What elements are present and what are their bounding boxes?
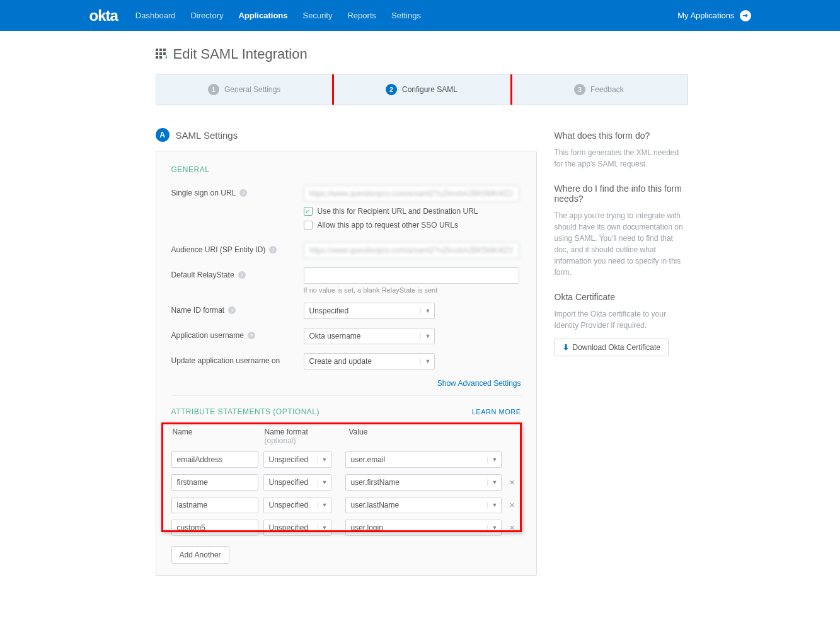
svg-rect-6 — [156, 56, 158, 59]
attr-row: Unspecified▼user.firstName▼× — [171, 474, 521, 491]
chevron-down-icon: ▼ — [420, 358, 432, 364]
cert-text: Import the Okta certificate to your Iden… — [555, 308, 688, 331]
chevron-down-icon: ▼ — [420, 333, 432, 339]
attr-col-value: Value — [349, 428, 494, 445]
nameid-label: Name ID format — [171, 306, 225, 315]
chevron-down-icon: ▼ — [420, 308, 432, 314]
svg-rect-1 — [159, 49, 162, 51]
nav-item-reports[interactable]: Reports — [347, 11, 376, 20]
sso-url-label: Single sign on URL — [171, 189, 236, 197]
svg-rect-3 — [156, 52, 158, 55]
okta-logo: okta — [89, 7, 118, 25]
download-icon: ⬇ — [563, 343, 569, 352]
app-username-select[interactable]: Okta username ▼ — [304, 328, 435, 344]
sso-url-input[interactable] — [304, 185, 519, 202]
download-cert-label: Download Okta Certificate — [573, 343, 660, 352]
apps-grid-icon: + — [156, 49, 167, 60]
chevron-down-icon: ▼ — [487, 502, 498, 508]
allow-other-sso-label: Allow this app to request other SSO URLs — [318, 221, 458, 230]
step-badge: 3 — [574, 84, 585, 95]
chevron-down-icon: ▼ — [487, 457, 498, 463]
attr-row: Unspecified▼user.lastName▼× — [171, 497, 521, 513]
chevron-down-icon: ▼ — [317, 502, 328, 508]
app-username-label: Application username — [171, 331, 244, 340]
remove-row-button[interactable]: × — [507, 500, 518, 510]
help-icon[interactable]: ? — [238, 271, 246, 279]
help-icon[interactable]: ? — [228, 306, 236, 314]
allow-other-sso-checkbox[interactable] — [304, 221, 313, 230]
attr-format-select[interactable]: Unspecified▼ — [263, 497, 331, 513]
page-title: Edit SAML Integration — [173, 46, 308, 62]
step-badge: 2 — [386, 84, 397, 95]
update-on-label: Update application username on — [171, 356, 280, 365]
attr-format-select[interactable]: Unspecified▼ — [263, 520, 331, 536]
nameid-value: Unspecified — [309, 306, 349, 315]
step-label: Feedback — [590, 85, 624, 94]
audience-label: Audience URI (SP Entity ID) — [171, 245, 266, 254]
divider — [171, 395, 521, 396]
my-apps-label: My Applications — [677, 11, 734, 20]
audience-input[interactable] — [304, 242, 519, 259]
step-badge: 1 — [208, 84, 219, 95]
attr-value-select[interactable]: user.firstName▼ — [345, 474, 502, 491]
learn-more-link[interactable]: LEARN MORE — [472, 408, 521, 416]
help-q1-title: What does this form do? — [555, 131, 688, 141]
attr-name-input[interactable] — [171, 497, 258, 513]
help-q1-text: This form generates the XML needed for t… — [555, 147, 688, 170]
step-label: General Settings — [224, 85, 280, 94]
download-cert-button[interactable]: ⬇ Download Okta Certificate — [555, 339, 669, 356]
my-applications-link[interactable]: My Applications ➜ — [677, 10, 751, 21]
help-icon[interactable]: ? — [239, 189, 247, 197]
app-username-value: Okta username — [309, 332, 361, 340]
nav-item-security[interactable]: Security — [303, 11, 333, 20]
attr-heading: ATTRIBUTE STATEMENTS (OPTIONAL) — [171, 407, 320, 416]
step-3[interactable]: 3Feedback — [510, 74, 687, 105]
recipient-url-label: Use this for Recipient URL and Destinati… — [318, 207, 478, 216]
attr-name-input[interactable] — [171, 474, 258, 491]
svg-text:+: + — [165, 54, 167, 60]
help-icon[interactable]: ? — [248, 332, 255, 339]
chevron-down-icon: ▼ — [317, 479, 328, 486]
chevron-down-icon: ▼ — [317, 525, 328, 531]
attr-row: Unspecified▼user.login▼× — [171, 520, 521, 536]
update-on-select[interactable]: Create and update ▼ — [304, 353, 435, 369]
wizard-steps: 1General Settings2Configure SAML3Feedbac… — [156, 74, 688, 105]
attr-name-input[interactable] — [171, 520, 258, 536]
remove-row-button[interactable]: × — [507, 477, 518, 487]
attr-value-select[interactable]: user.email▼ — [345, 451, 502, 468]
recipient-url-checkbox[interactable] — [304, 207, 313, 216]
nav-item-applications[interactable]: Applications — [238, 11, 287, 20]
add-another-button[interactable]: Add Another — [171, 546, 229, 564]
attr-row: Unspecified▼user.email▼ — [171, 451, 521, 468]
attr-name-input[interactable] — [171, 451, 258, 468]
nav-item-settings[interactable]: Settings — [391, 11, 421, 20]
top-nav: okta DashboardDirectoryApplicationsSecur… — [0, 0, 840, 31]
svg-rect-2 — [163, 49, 166, 51]
nav-item-directory[interactable]: Directory — [190, 11, 223, 20]
section-title: SAML Settings — [176, 130, 238, 141]
chevron-down-icon: ▼ — [487, 479, 498, 486]
attr-format-select[interactable]: Unspecified▼ — [263, 451, 331, 468]
cert-title: Okta Certificate — [555, 292, 688, 302]
help-q2-title: Where do I find the info this form needs… — [555, 183, 688, 204]
step-1[interactable]: 1General Settings — [156, 74, 333, 105]
attr-value-select[interactable]: user.login▼ — [345, 520, 502, 536]
saml-form-card: GENERAL Single sign on URL ? Use this fo… — [156, 151, 537, 576]
attr-value-select[interactable]: user.lastName▼ — [345, 497, 502, 513]
attr-col-format: Name format — [265, 428, 308, 436]
attr-format-select[interactable]: Unspecified▼ — [263, 474, 331, 491]
relay-input[interactable] — [304, 267, 519, 284]
step-label: Configure SAML — [402, 85, 457, 94]
update-on-value: Create and update — [309, 357, 372, 366]
show-advanced-link[interactable]: Show Advanced Settings — [437, 379, 521, 388]
general-heading: GENERAL — [171, 165, 521, 174]
nav-item-dashboard[interactable]: Dashboard — [135, 11, 176, 20]
remove-row-button[interactable]: × — [507, 523, 518, 533]
help-icon[interactable]: ? — [269, 246, 277, 253]
relay-label: Default RelayState — [171, 271, 234, 279]
svg-rect-4 — [159, 52, 162, 55]
attr-col-format-opt: (optional) — [265, 436, 296, 445]
nameid-select[interactable]: Unspecified ▼ — [304, 303, 435, 319]
chevron-down-icon: ▼ — [487, 525, 498, 531]
step-2[interactable]: 2Configure SAML — [333, 74, 510, 105]
